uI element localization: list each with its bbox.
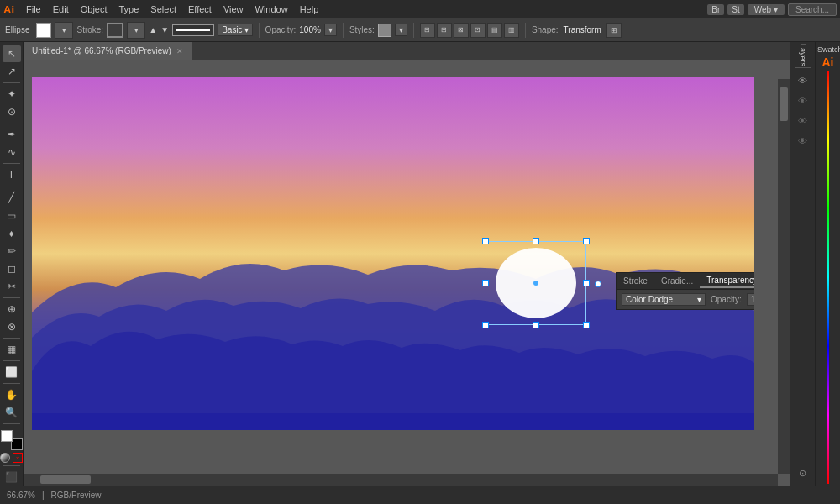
align-left-btn[interactable]: ⊟ bbox=[420, 23, 435, 38]
tab-close-btn[interactable]: ✕ bbox=[176, 47, 183, 55]
vertical-scrollbar[interactable] bbox=[778, 79, 790, 474]
styles-swatch[interactable] bbox=[378, 24, 391, 37]
handle-middle-left[interactable] bbox=[482, 280, 489, 286]
fill-options-btn[interactable]: ▾ bbox=[55, 22, 73, 39]
align-middle-btn[interactable]: ▤ bbox=[487, 23, 502, 38]
lasso-tool[interactable]: ⊙ bbox=[3, 103, 21, 120]
white-swatch[interactable]: × bbox=[13, 453, 23, 463]
stroke-width-down[interactable]: ▼ bbox=[160, 23, 169, 38]
type-tool[interactable]: T bbox=[3, 166, 21, 183]
pen-tool[interactable]: ✒ bbox=[3, 126, 21, 143]
eye-btn-1[interactable]: 👁 bbox=[794, 71, 812, 90]
direct-select-tool[interactable]: ↗ bbox=[3, 63, 21, 80]
column-graph-tool[interactable]: ▦ bbox=[3, 341, 21, 358]
fg-color-swatch[interactable] bbox=[1, 430, 13, 442]
brush-dropdown[interactable]: Basic▾ bbox=[218, 24, 252, 36]
eyedropper-tool[interactable]: ⊕ bbox=[3, 301, 21, 318]
tool-separator-6 bbox=[3, 338, 20, 339]
line-tool[interactable]: ╱ bbox=[3, 189, 21, 206]
menu-edit[interactable]: Edit bbox=[48, 3, 74, 16]
gradient-tab[interactable]: Gradie... bbox=[654, 275, 700, 287]
swatches-title: Swatches bbox=[817, 44, 838, 55]
shape-label: Shape: bbox=[532, 25, 559, 34]
align-buttons: ⊟ ⊞ ⊠ ⊡ ▤ ▥ bbox=[420, 23, 519, 38]
stroke-options-btn[interactable]: ▾ bbox=[127, 22, 145, 39]
stroke-swatch[interactable] bbox=[107, 23, 123, 38]
svg-rect-1 bbox=[32, 413, 754, 430]
v-scroll-thumb[interactable] bbox=[780, 87, 788, 121]
hand-tool[interactable]: ✋ bbox=[3, 386, 21, 403]
selected-ellipse[interactable] bbox=[486, 241, 586, 325]
handle-top-center[interactable] bbox=[533, 238, 539, 244]
menu-type[interactable]: Type bbox=[114, 3, 144, 16]
opacity-panel-value[interactable]: 100% bbox=[747, 293, 754, 306]
blend-tool[interactable]: ⊗ bbox=[3, 318, 21, 335]
align-top-btn[interactable]: ⊡ bbox=[470, 23, 486, 38]
menu-effect[interactable]: Effect bbox=[183, 3, 217, 16]
handle-middle-right[interactable] bbox=[583, 280, 590, 286]
fill-swatch[interactable] bbox=[36, 23, 51, 38]
menu-file[interactable]: File bbox=[21, 3, 46, 16]
horizontal-scrollbar[interactable] bbox=[24, 474, 778, 486]
align-bottom-btn[interactable]: ▥ bbox=[504, 23, 519, 38]
document-tab[interactable]: Untitled-1* @ 66.67% (RGB/Preview) ✕ bbox=[24, 42, 192, 60]
curvature-tool[interactable]: ∿ bbox=[3, 144, 21, 160]
ai-swatches-logo: Ai bbox=[822, 55, 834, 69]
stock-button[interactable]: St bbox=[727, 4, 743, 15]
eraser-tool[interactable]: ◻ bbox=[3, 260, 21, 277]
stroke-width-up[interactable]: ▲ bbox=[149, 23, 157, 38]
tool-name-label: Ellipse bbox=[5, 25, 29, 34]
menu-select[interactable]: Select bbox=[145, 3, 181, 16]
menu-help[interactable]: Help bbox=[295, 3, 324, 16]
artboard-tool[interactable]: ⬜ bbox=[3, 364, 21, 381]
tool-separator-10 bbox=[3, 465, 20, 466]
magic-wand-tool[interactable]: ✦ bbox=[3, 86, 21, 102]
stroke-tab[interactable]: Stroke bbox=[617, 275, 654, 287]
none-swatch[interactable] bbox=[0, 453, 10, 463]
right-panel-circle[interactable]: ⊙ bbox=[794, 464, 812, 482]
blend-mode-dropdown[interactable]: Color Dodge ▾ bbox=[622, 293, 706, 306]
rect-tool[interactable]: ▭ bbox=[3, 207, 21, 224]
menu-object[interactable]: Object bbox=[76, 3, 113, 16]
artwork-canvas[interactable]: Stroke Gradie... Transparency ≫ ≡ Color … bbox=[32, 77, 754, 430]
align-center-btn[interactable]: ⊞ bbox=[437, 23, 452, 38]
blend-mode-row: Color Dodge ▾ Opacity: 100% ▶ bbox=[617, 290, 754, 309]
handle-bottom-right[interactable] bbox=[583, 322, 590, 328]
bg-color-swatch[interactable] bbox=[11, 438, 23, 450]
transparency-tab[interactable]: Transparency bbox=[700, 274, 754, 288]
paintbrush-tool[interactable]: ♦ bbox=[3, 225, 21, 242]
opacity-label: Opacity: bbox=[265, 25, 297, 34]
tool-separator-7 bbox=[3, 360, 20, 361]
transform-options-btn[interactable]: ⊞ bbox=[606, 23, 622, 38]
web-dropdown[interactable]: Web ▾ bbox=[748, 4, 785, 15]
eye-btn-4[interactable]: 👁 bbox=[794, 132, 812, 150]
handle-bottom-left[interactable] bbox=[482, 322, 489, 328]
screen-mode-btn[interactable]: ⬛ bbox=[3, 469, 21, 486]
menu-window[interactable]: Window bbox=[250, 3, 293, 16]
align-right-btn[interactable]: ⊠ bbox=[454, 23, 469, 38]
canvas-container[interactable]: Stroke Gradie... Transparency ≫ ≡ Color … bbox=[24, 60, 790, 486]
search-input[interactable]: Search... bbox=[788, 3, 837, 16]
transparency-panel: Stroke Gradie... Transparency ≫ ≡ Color … bbox=[616, 272, 754, 310]
left-toolbar: ↖ ↗ ✦ ⊙ ✒ ∿ T ╱ ▭ ♦ ✏ ◻ ✂ ⊕ ⊗ ▦ ⬜ ✋ 🔍 bbox=[0, 42, 24, 486]
handle-bottom-center[interactable] bbox=[533, 322, 539, 328]
bridge-button[interactable]: Br bbox=[707, 4, 724, 15]
pencil-tool[interactable]: ✏ bbox=[3, 243, 21, 260]
h-scroll-thumb[interactable] bbox=[40, 475, 91, 484]
handle-top-right[interactable] bbox=[583, 238, 590, 244]
app-logo: Ai bbox=[3, 3, 14, 16]
opacity-dropdown[interactable]: ▾ bbox=[324, 24, 337, 36]
eye-btn-2[interactable]: 👁 bbox=[794, 92, 812, 110]
styles-dropdown[interactable]: ▾ bbox=[395, 24, 407, 36]
handle-top-left[interactable] bbox=[482, 238, 489, 244]
gradient-handle[interactable] bbox=[595, 281, 601, 287]
color-spectrum-bar[interactable] bbox=[827, 71, 829, 484]
status-sep: | bbox=[42, 491, 45, 500]
select-tool[interactable]: ↖ bbox=[3, 45, 21, 62]
eye-btn-3[interactable]: 👁 bbox=[794, 112, 812, 130]
stroke-label: Stroke: bbox=[76, 25, 103, 34]
scissors-tool[interactable]: ✂ bbox=[3, 278, 21, 295]
layers-visibility-btn[interactable]: Layers bbox=[794, 45, 812, 64]
zoom-tool[interactable]: 🔍 bbox=[3, 404, 21, 421]
menu-view[interactable]: View bbox=[218, 3, 249, 16]
